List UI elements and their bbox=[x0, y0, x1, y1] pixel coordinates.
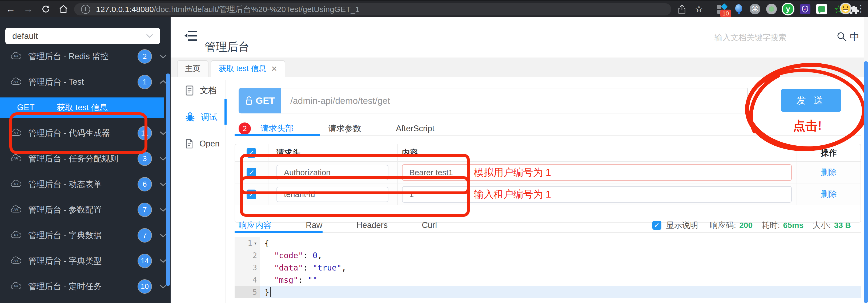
api-cloud-icon: API bbox=[9, 281, 22, 291]
delete-link[interactable]: 删除 bbox=[821, 167, 837, 178]
select-all-checkbox[interactable]: ✓ bbox=[247, 148, 256, 158]
api-cloud-icon: API bbox=[9, 179, 22, 189]
sidebar-group[interactable]: API管理后台 - 字典类型14 bbox=[0, 248, 170, 274]
request-tab-请求头部[interactable]: 请求头部 bbox=[260, 123, 293, 134]
page-info-icon[interactable]: i bbox=[81, 5, 90, 14]
refresh-icon[interactable] bbox=[39, 1, 53, 17]
sidebar-group-label: 管理后台 - 动态表单 bbox=[28, 179, 138, 190]
tab-label: 主页 bbox=[185, 63, 200, 74]
tab-主页[interactable]: 主页 bbox=[177, 60, 209, 77]
vmenu-file[interactable]: Open bbox=[185, 133, 220, 155]
tab-获取 test 信息[interactable]: 获取 test 信息✕ bbox=[211, 60, 285, 77]
response-tab-响应内容[interactable]: 响应内容 bbox=[239, 220, 272, 231]
header-name-cell: Authorization bbox=[269, 162, 398, 183]
editor-line-number: 2 bbox=[235, 249, 260, 262]
svg-text:API: API bbox=[13, 208, 18, 211]
api-cloud-icon: API bbox=[9, 52, 22, 62]
column-title: 操作 bbox=[821, 147, 837, 159]
command-extension-icon[interactable]: ⌘ bbox=[750, 4, 762, 15]
response-tab-Headers[interactable]: Headers bbox=[356, 221, 388, 230]
sidebar-group[interactable]: API管理后台 - 任务分配规则3 bbox=[0, 146, 170, 171]
api-cloud-icon: API bbox=[9, 154, 22, 164]
api-cloud-icon: API bbox=[9, 205, 22, 214]
code-token: "true" bbox=[313, 263, 341, 272]
code-token: 0 bbox=[313, 251, 317, 260]
api-cloud-icon: API bbox=[9, 230, 22, 240]
response-stats: ✓ 显示说明 响应码:200耗时:65ms大小:33 B bbox=[652, 217, 860, 234]
tab-label: 获取 test 信息 bbox=[219, 63, 266, 74]
row-checkbox[interactable]: ✓ bbox=[247, 190, 256, 199]
sidebar-scrollbar[interactable] bbox=[166, 73, 170, 286]
sidebar-group[interactable]: API管理后台 - Redis 监控2 bbox=[0, 44, 170, 69]
header-value-input[interactable]: 1 bbox=[402, 186, 792, 203]
search-icon[interactable] bbox=[836, 31, 848, 43]
share-icon[interactable] bbox=[675, 1, 689, 17]
close-icon[interactable]: ✕ bbox=[271, 64, 277, 73]
address-bar[interactable]: i 127.0.0.1:48080/doc.html#/default/管理后台… bbox=[74, 3, 671, 15]
page-scrollbar-thumb[interactable] bbox=[864, 61, 868, 303]
column-title: 请求头 bbox=[276, 147, 301, 159]
header-value-input[interactable]: Bearer test1 bbox=[402, 164, 792, 181]
sidebar-group[interactable]: API管理后台 - 字典数据7 bbox=[0, 223, 170, 248]
sidebar-group[interactable]: API管理后台 - 动态表单6 bbox=[0, 171, 170, 197]
api-count-badge: 3 bbox=[138, 152, 151, 165]
fold-arrow-icon[interactable]: ▾ bbox=[254, 240, 257, 246]
chat-extension-icon[interactable] bbox=[816, 4, 828, 15]
response-tab-Raw[interactable]: Raw bbox=[306, 221, 322, 230]
doc-search-input[interactable]: 输入文档关键字搜索 bbox=[714, 29, 829, 46]
shield-extension-icon[interactable] bbox=[800, 4, 811, 15]
api-count-badge: 10 bbox=[138, 280, 151, 293]
sidebar-group[interactable]: API管理后台 - Test1 bbox=[0, 69, 170, 95]
y-extension-icon[interactable]: y bbox=[783, 4, 795, 15]
editor-line: 4 "msg": "" bbox=[235, 274, 861, 286]
response-editor[interactable]: 1▾{2 "code": 0,3 "data": "true",4 "msg":… bbox=[235, 237, 861, 303]
recorder-extension-icon[interactable] bbox=[766, 4, 778, 15]
code-token bbox=[265, 263, 274, 272]
request-tab-AfterScript[interactable]: AfterScript bbox=[396, 124, 435, 133]
method-button[interactable]: GET bbox=[239, 88, 281, 113]
main-panel: 管理后台 输入文档关键字搜索 中 主页获取 test 信息✕ 文档调试Open … bbox=[170, 17, 868, 303]
editor-line-number: 1▾ bbox=[235, 237, 260, 249]
vmenu-document[interactable]: 文档 bbox=[185, 80, 216, 101]
api-count-badge: 11 bbox=[138, 127, 151, 140]
menu-fold-icon[interactable] bbox=[184, 30, 197, 41]
request-path-input[interactable]: /admin-api/demo/test/get bbox=[281, 88, 748, 113]
send-button[interactable]: 发 送 bbox=[781, 89, 841, 112]
tiles-extension-icon[interactable]: 10 bbox=[717, 4, 728, 15]
document-icon bbox=[185, 85, 194, 96]
chevron-down-icon bbox=[146, 33, 154, 39]
sidebar-api-item-active[interactable]: GET获取 test 信息 bbox=[0, 97, 164, 118]
bookmark-star-icon[interactable]: ☆ bbox=[692, 1, 706, 17]
editor-line-number: 5 bbox=[235, 286, 260, 298]
sidebar-group[interactable]: API管理后台 - 定时任务10 bbox=[0, 274, 170, 299]
delete-link[interactable]: 删除 bbox=[821, 189, 837, 200]
balloon-extension-icon[interactable] bbox=[733, 4, 745, 15]
smiley-extension-icon[interactable] bbox=[840, 3, 851, 14]
request-tab-请求参数[interactable]: 请求参数 bbox=[328, 123, 361, 134]
header-name-input[interactable]: tenant-id bbox=[276, 187, 389, 202]
response-tab-Curl[interactable]: Curl bbox=[422, 221, 437, 230]
show-description-checkbox[interactable]: ✓ bbox=[652, 221, 661, 230]
table-header-cell: 内容 bbox=[398, 144, 797, 161]
header-name-input[interactable]: Authorization bbox=[276, 165, 389, 180]
svg-text:API: API bbox=[13, 157, 18, 160]
show-description-label: 显示说明 bbox=[666, 220, 698, 231]
api-cloud-icon: API bbox=[9, 179, 22, 188]
svg-text:API: API bbox=[13, 234, 18, 237]
forward-icon[interactable]: → bbox=[21, 1, 35, 17]
stat-label: 耗时: bbox=[762, 221, 780, 230]
browser-menu-icon[interactable]: ⋮ bbox=[856, 3, 865, 14]
back-icon[interactable]: ← bbox=[4, 1, 18, 17]
click-note-text: 点击! bbox=[793, 118, 822, 134]
vmenu-bug[interactable]: 调试 bbox=[185, 106, 218, 128]
column-title: 内容 bbox=[402, 147, 418, 159]
home-icon[interactable] bbox=[57, 1, 70, 17]
sidebar-group[interactable]: API管理后台 - 参数配置7 bbox=[0, 197, 170, 223]
table-row: ✓AuthorizationBearer test1模拟用户编号为 1删除 bbox=[235, 162, 861, 183]
project-select[interactable]: default bbox=[5, 28, 160, 44]
sidebar-group[interactable]: API管理后台 - 代码生成器11 bbox=[0, 120, 170, 146]
api-count-badge: 14 bbox=[138, 254, 151, 268]
language-toggle[interactable]: 中 bbox=[850, 30, 860, 43]
api-cloud-icon: API bbox=[9, 77, 22, 87]
row-checkbox[interactable]: ✓ bbox=[247, 168, 256, 177]
